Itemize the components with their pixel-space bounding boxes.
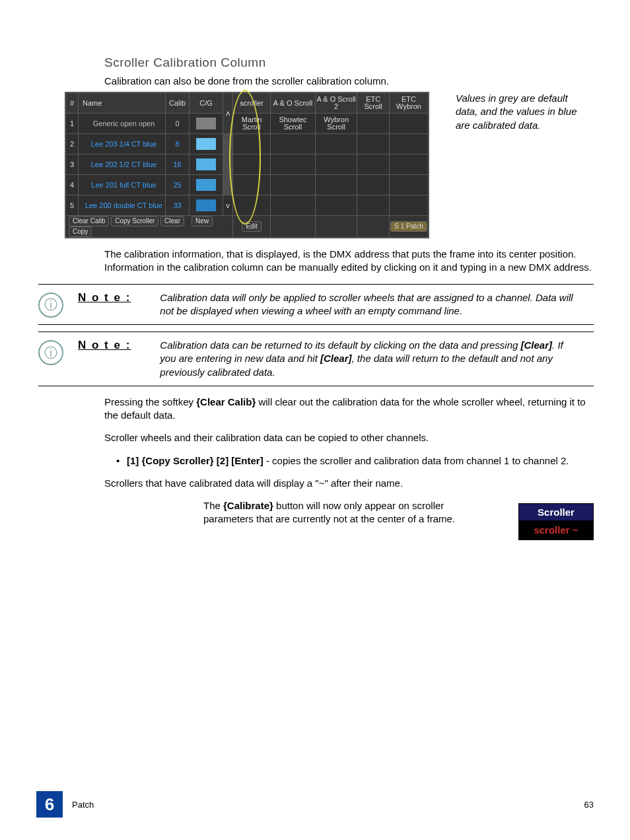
edit-button[interactable]: Edit <box>233 216 271 238</box>
cell[interactable]: Lee 201 full CT blue <box>79 175 166 195</box>
cell: 2 <box>66 134 79 155</box>
th-c3: ETC Scroll <box>357 93 390 114</box>
calib-cell[interactable]: 25 <box>166 175 190 195</box>
chapter-label: Patch <box>72 800 94 810</box>
table-row: 2 Lee 203 1/4 CT blue 8 <box>66 134 429 155</box>
new-button[interactable]: New <box>192 216 213 227</box>
cell: Showtec Scroll <box>271 114 316 134</box>
cell: 3 <box>66 155 79 175</box>
cell <box>357 114 390 134</box>
calib-cell[interactable]: 8 <box>166 134 190 155</box>
cell <box>190 114 223 134</box>
list-item: [1] {Copy Scroller} [2] [Enter] - copies… <box>116 454 594 468</box>
cell <box>190 155 223 175</box>
patch-button[interactable]: S 1 Patch <box>390 216 429 238</box>
aside-text: Values in grey are default data, and the… <box>456 92 588 132</box>
note-callout: ⓘ N o t e : Calibration data will only b… <box>38 284 594 326</box>
th-cg: C/G <box>190 93 223 114</box>
note-text: Calibration data will only be applied to… <box>160 291 580 318</box>
button-row: Clear Calib Copy Scroller Clear New Copy <box>66 216 233 238</box>
table-row: 4 Lee 201 full CT blue 25 <box>66 175 429 195</box>
cell[interactable]: Lee 203 1/4 CT blue <box>79 134 166 155</box>
calib-cell[interactable]: 16 <box>166 155 190 175</box>
clear-button[interactable]: Clear <box>160 216 184 227</box>
th-name: Name <box>79 93 166 114</box>
body-text: Pressing the softkey {Clear Calib} will … <box>104 396 594 423</box>
body-text: Scroller wheels and their calibration da… <box>104 431 594 444</box>
cell[interactable]: Lee 202 1/2 CT blue <box>79 155 166 175</box>
body-text: The {Calibrate} button will now only app… <box>203 499 487 526</box>
clear-calib-button[interactable]: Clear Calib <box>69 216 109 227</box>
th-c0: scroller <box>233 93 271 114</box>
cell[interactable]: Lee 200 double CT blue <box>79 195 166 216</box>
body-text: The calibration information, that is dis… <box>104 248 594 275</box>
th-calib: Calib <box>166 93 190 114</box>
info-icon: ⓘ <box>38 340 63 365</box>
note-label: N o t e : <box>78 339 131 379</box>
note-callout: ⓘ N o t e : Calibration data can be retu… <box>38 332 594 386</box>
scroller-title: Scroller <box>519 504 593 520</box>
calibration-screenshot: # Name Calib C/G ʌ scroller A & O Scroll… <box>65 92 429 238</box>
th-c4: ETC Wybron <box>390 93 429 114</box>
copy-button[interactable]: Copy <box>69 227 92 237</box>
cell: 5 <box>66 195 79 216</box>
body-text: Scrollers that have calibrated data will… <box>104 477 594 490</box>
scroll-down[interactable]: v <box>223 195 233 216</box>
cell <box>390 114 429 134</box>
table-row: 3 Lee 202 1/2 CT blue 16 <box>66 155 429 175</box>
table-row: 5 Lee 200 double CT blue 33 v <box>66 195 429 216</box>
th-num: # <box>66 93 79 114</box>
cell <box>190 175 223 195</box>
scroller-value: scroller ~ <box>519 520 593 540</box>
page-footer: 6 Patch 63 <box>36 791 594 818</box>
intro-text: Calibration can also be done from the sc… <box>104 75 594 87</box>
section-title: Scroller Calibration Column <box>104 55 594 70</box>
cell[interactable]: Generic open open <box>79 114 166 134</box>
info-icon: ⓘ <box>38 293 63 318</box>
cell: Wybron Scroll <box>315 114 357 134</box>
th-c1: A & O Scroll <box>271 93 316 114</box>
cell: 4 <box>66 175 79 195</box>
cell <box>190 134 223 155</box>
cell <box>190 195 223 216</box>
note-text: Calibration data can be returned to its … <box>160 339 580 379</box>
th-c2: A & O Scroll 2 <box>315 93 357 114</box>
chapter-number: 6 <box>36 791 63 818</box>
page-number: 63 <box>584 800 594 810</box>
calib-cell[interactable]: 33 <box>166 195 190 216</box>
scroll-up[interactable]: ʌ <box>223 93 233 134</box>
cell: 1 <box>66 114 79 134</box>
cell: Martin Scroll <box>233 114 271 134</box>
calib-cell[interactable]: 0 <box>166 114 190 134</box>
table-row: 1 Generic open open 0 Martin Scroll Show… <box>66 114 429 134</box>
note-label: N o t e : <box>78 291 131 318</box>
scroll-track[interactable] <box>223 134 233 195</box>
copy-scroller-button[interactable]: Copy Scroller <box>111 216 158 227</box>
scroller-preview: Scroller scroller ~ <box>518 503 594 540</box>
